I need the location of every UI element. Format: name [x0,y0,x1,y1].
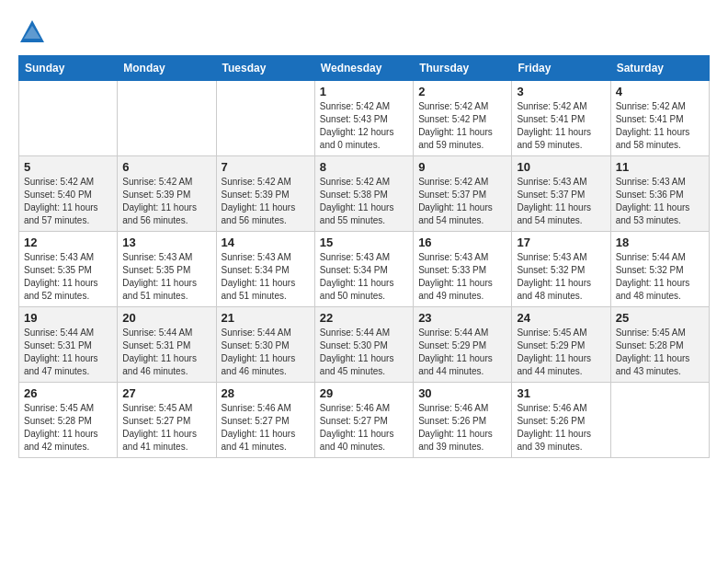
calendar-cell: 11Sunrise: 5:43 AMSunset: 5:36 PMDayligh… [610,156,709,232]
day-of-week-header: Friday [512,56,610,81]
day-number: 5 [24,160,112,174]
day-number: 7 [222,160,310,174]
day-number: 29 [320,386,408,400]
day-number: 12 [24,236,112,249]
day-info: Sunrise: 5:45 AMSunset: 5:27 PMDaylight:… [122,402,210,454]
calendar-cell [118,81,216,156]
calendar-cell: 26Sunrise: 5:45 AMSunset: 5:28 PMDayligh… [19,383,118,458]
day-number: 23 [418,311,506,325]
day-info: Sunrise: 5:46 AMSunset: 5:27 PMDaylight:… [222,402,310,454]
day-number: 28 [222,386,310,400]
day-number: 8 [320,160,408,174]
calendar: SundayMondayTuesdayWednesdayThursdayFrid… [18,55,710,458]
day-info: Sunrise: 5:42 AMSunset: 5:41 PMDaylight:… [616,100,704,152]
day-info: Sunrise: 5:45 AMSunset: 5:28 PMDaylight:… [616,327,704,378]
day-number: 9 [418,160,506,174]
calendar-cell: 3Sunrise: 5:42 AMSunset: 5:41 PMDaylight… [512,81,610,156]
day-info: Sunrise: 5:44 AMSunset: 5:32 PMDaylight:… [616,251,704,303]
day-of-week-header: Wednesday [314,56,413,81]
day-info: Sunrise: 5:43 AMSunset: 5:35 PMDaylight:… [122,251,210,303]
day-number: 21 [222,311,310,325]
day-number: 4 [616,85,704,98]
calendar-cell: 10Sunrise: 5:43 AMSunset: 5:37 PMDayligh… [512,156,610,232]
day-info: Sunrise: 5:45 AMSunset: 5:28 PMDaylight:… [24,402,112,454]
calendar-cell: 20Sunrise: 5:44 AMSunset: 5:31 PMDayligh… [118,307,216,383]
day-of-week-header: Monday [118,56,216,81]
day-number: 27 [122,386,210,400]
calendar-cell: 4Sunrise: 5:42 AMSunset: 5:41 PMDaylight… [610,81,709,156]
page-header [18,18,710,46]
calendar-cell: 19Sunrise: 5:44 AMSunset: 5:31 PMDayligh… [19,307,118,383]
day-of-week-header: Sunday [19,56,118,81]
calendar-cell: 27Sunrise: 5:45 AMSunset: 5:27 PMDayligh… [118,383,216,458]
day-number: 11 [616,160,704,174]
calendar-cell [19,81,118,156]
day-info: Sunrise: 5:43 AMSunset: 5:34 PMDaylight:… [320,251,408,303]
day-of-week-header: Saturday [610,56,709,81]
calendar-cell: 9Sunrise: 5:42 AMSunset: 5:37 PMDaylight… [414,156,512,232]
day-info: Sunrise: 5:43 AMSunset: 5:32 PMDaylight:… [517,251,605,303]
day-info: Sunrise: 5:42 AMSunset: 5:43 PMDaylight:… [320,100,408,152]
day-number: 20 [122,311,210,325]
day-info: Sunrise: 5:42 AMSunset: 5:39 PMDaylight:… [222,176,310,227]
day-number: 3 [517,85,605,98]
calendar-week-row: 12Sunrise: 5:43 AMSunset: 5:35 PMDayligh… [19,232,710,307]
day-info: Sunrise: 5:42 AMSunset: 5:41 PMDaylight:… [517,100,605,152]
day-info: Sunrise: 5:46 AMSunset: 5:26 PMDaylight:… [517,402,605,454]
day-of-week-header: Tuesday [216,56,314,81]
day-number: 2 [418,85,506,98]
day-info: Sunrise: 5:42 AMSunset: 5:39 PMDaylight:… [122,176,210,227]
calendar-cell: 30Sunrise: 5:46 AMSunset: 5:26 PMDayligh… [414,383,512,458]
day-number: 19 [24,311,112,325]
calendar-week-row: 5Sunrise: 5:42 AMSunset: 5:40 PMDaylight… [19,156,710,232]
day-number: 10 [517,160,605,174]
day-number: 26 [24,386,112,400]
calendar-header-row: SundayMondayTuesdayWednesdayThursdayFrid… [19,56,710,81]
day-info: Sunrise: 5:43 AMSunset: 5:36 PMDaylight:… [616,176,704,227]
calendar-cell: 6Sunrise: 5:42 AMSunset: 5:39 PMDaylight… [118,156,216,232]
calendar-cell: 5Sunrise: 5:42 AMSunset: 5:40 PMDaylight… [19,156,118,232]
day-number: 1 [320,85,408,98]
calendar-cell: 2Sunrise: 5:42 AMSunset: 5:42 PMDaylight… [414,81,512,156]
calendar-cell: 15Sunrise: 5:43 AMSunset: 5:34 PMDayligh… [314,232,413,307]
day-info: Sunrise: 5:43 AMSunset: 5:35 PMDaylight:… [24,251,112,303]
day-info: Sunrise: 5:44 AMSunset: 5:30 PMDaylight:… [222,327,310,378]
day-info: Sunrise: 5:44 AMSunset: 5:29 PMDaylight:… [418,327,506,378]
calendar-cell: 1Sunrise: 5:42 AMSunset: 5:43 PMDaylight… [314,81,413,156]
calendar-cell: 18Sunrise: 5:44 AMSunset: 5:32 PMDayligh… [610,232,709,307]
day-info: Sunrise: 5:46 AMSunset: 5:27 PMDaylight:… [320,402,408,454]
calendar-cell: 21Sunrise: 5:44 AMSunset: 5:30 PMDayligh… [216,307,314,383]
day-info: Sunrise: 5:43 AMSunset: 5:33 PMDaylight:… [418,251,506,303]
day-number: 13 [122,236,210,249]
day-number: 14 [222,236,310,249]
calendar-cell: 31Sunrise: 5:46 AMSunset: 5:26 PMDayligh… [512,383,610,458]
day-info: Sunrise: 5:44 AMSunset: 5:31 PMDaylight:… [24,327,112,378]
calendar-week-row: 1Sunrise: 5:42 AMSunset: 5:43 PMDaylight… [19,81,710,156]
calendar-cell [216,81,314,156]
calendar-cell: 12Sunrise: 5:43 AMSunset: 5:35 PMDayligh… [19,232,118,307]
calendar-cell: 25Sunrise: 5:45 AMSunset: 5:28 PMDayligh… [610,307,709,383]
day-number: 25 [616,311,704,325]
day-number: 31 [517,386,605,400]
calendar-cell: 23Sunrise: 5:44 AMSunset: 5:29 PMDayligh… [414,307,512,383]
day-number: 16 [418,236,506,249]
calendar-cell: 28Sunrise: 5:46 AMSunset: 5:27 PMDayligh… [216,383,314,458]
day-info: Sunrise: 5:45 AMSunset: 5:29 PMDaylight:… [517,327,605,378]
logo-icon [18,18,46,46]
day-info: Sunrise: 5:44 AMSunset: 5:30 PMDaylight:… [320,327,408,378]
day-number: 18 [616,236,704,249]
day-info: Sunrise: 5:42 AMSunset: 5:40 PMDaylight:… [24,176,112,227]
calendar-cell: 29Sunrise: 5:46 AMSunset: 5:27 PMDayligh… [314,383,413,458]
calendar-cell: 13Sunrise: 5:43 AMSunset: 5:35 PMDayligh… [118,232,216,307]
logo [18,18,50,46]
calendar-cell: 14Sunrise: 5:43 AMSunset: 5:34 PMDayligh… [216,232,314,307]
calendar-cell: 22Sunrise: 5:44 AMSunset: 5:30 PMDayligh… [314,307,413,383]
day-number: 30 [418,386,506,400]
day-number: 17 [517,236,605,249]
day-info: Sunrise: 5:44 AMSunset: 5:31 PMDaylight:… [122,327,210,378]
day-number: 6 [122,160,210,174]
day-number: 22 [320,311,408,325]
day-info: Sunrise: 5:46 AMSunset: 5:26 PMDaylight:… [418,402,506,454]
calendar-cell: 17Sunrise: 5:43 AMSunset: 5:32 PMDayligh… [512,232,610,307]
day-info: Sunrise: 5:43 AMSunset: 5:34 PMDaylight:… [222,251,310,303]
